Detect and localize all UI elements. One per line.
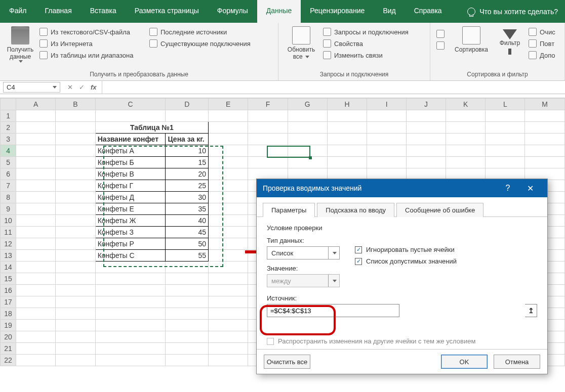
cell[interactable] [56,168,95,180]
dialog-tab-input-message[interactable]: Подсказка по вводу [317,203,394,217]
cell[interactable] [367,134,407,145]
cell[interactable] [328,134,367,145]
cell[interactable] [95,285,166,296]
row-header[interactable]: 11 [1,227,16,238]
cell[interactable] [16,122,56,134]
cell[interactable] [209,227,248,238]
cell[interactable] [16,320,56,331]
cell[interactable] [209,285,248,296]
cell[interactable] [446,145,486,157]
cell[interactable] [248,145,288,157]
select-all-corner[interactable] [1,99,16,110]
cell[interactable] [209,192,248,203]
col-header[interactable]: H [328,99,367,110]
cell[interactable] [16,285,56,296]
cell[interactable] [209,134,248,145]
cell[interactable] [525,145,565,157]
cell[interactable] [525,134,565,145]
col-header[interactable]: D [166,99,209,110]
cell[interactable] [166,262,209,273]
reapply-filter-button[interactable]: Повт [527,38,557,49]
tab-home[interactable]: Главная [35,0,80,23]
cell[interactable]: Цена за кг. [166,134,209,145]
col-header[interactable]: L [486,99,525,110]
tab-formulas[interactable]: Формулы [208,0,257,23]
filter-button[interactable]: Фильтр [494,25,526,60]
cell[interactable] [16,215,56,227]
cell[interactable] [367,110,407,122]
properties-button[interactable]: Свойства [321,38,411,49]
cell[interactable] [209,122,248,134]
row-header[interactable]: 16 [1,285,16,296]
formula-input[interactable] [102,81,565,94]
clear-filter-button[interactable]: Очис [527,27,557,37]
cell[interactable] [56,262,95,273]
row-header[interactable]: 1 [1,110,16,122]
row-header[interactable]: 22 [1,355,16,366]
cell[interactable]: 25 [166,180,209,192]
sort-button[interactable]: Сортировка [450,25,493,60]
cell[interactable] [407,145,446,157]
cell[interactable] [56,145,95,157]
tab-insert[interactable]: Вставка [81,0,126,23]
name-box[interactable]: C4 [3,82,60,93]
cell[interactable]: Название конфет [95,134,166,145]
fill-handle[interactable] [309,156,312,159]
cell[interactable] [166,285,209,296]
cell[interactable] [56,296,95,308]
cell[interactable] [56,238,95,250]
cell[interactable] [407,122,446,134]
cell[interactable]: 20 [166,168,209,180]
col-header[interactable]: J [407,99,446,110]
cell[interactable] [16,273,56,285]
cell[interactable] [166,296,209,308]
cell[interactable] [209,273,248,285]
sort-desc-button[interactable] [434,40,449,51]
row-header[interactable]: 14 [1,262,16,273]
cell[interactable] [16,296,56,308]
cell[interactable] [486,145,525,157]
tab-file[interactable]: Файл [0,0,35,23]
cancel-button[interactable]: Отмена [494,355,540,369]
cell[interactable] [367,122,407,134]
cell[interactable] [407,110,446,122]
cell[interactable] [486,110,525,122]
cell[interactable]: 10 [166,145,209,157]
tab-help[interactable]: Справка [405,0,451,23]
cell[interactable]: Конфеты Г [95,180,166,192]
source-input[interactable] [267,304,399,317]
from-web-button[interactable]: Из Интернета [37,38,146,49]
cell[interactable] [209,145,248,157]
clear-all-button[interactable]: Очистить все [264,355,310,369]
dialog-tab-settings[interactable]: Параметры [263,203,315,217]
cell[interactable] [486,122,525,134]
cell[interactable]: 15 [166,157,209,168]
cell[interactable] [95,320,166,331]
cell[interactable] [288,134,327,145]
row-header[interactable]: 10 [1,215,16,227]
col-header[interactable]: A [16,99,56,110]
advanced-filter-button[interactable]: Допо [527,50,557,60]
cell[interactable] [209,296,248,308]
cell[interactable] [16,134,56,145]
existing-connections-button[interactable]: Существующие подключения [147,38,274,49]
cell[interactable] [328,110,367,122]
cell[interactable] [56,355,95,366]
row-header[interactable]: 5 [1,157,16,168]
cell[interactable]: Конфеты Ж [95,215,166,227]
cell[interactable] [56,285,95,296]
cell[interactable] [486,134,525,145]
cell[interactable]: Конфеты А [95,145,166,157]
cell[interactable] [166,273,209,285]
cell[interactable] [56,203,95,215]
cell[interactable]: Конфеты Б [95,157,166,168]
cell[interactable] [248,122,288,134]
cell[interactable] [16,238,56,250]
recent-sources-button[interactable]: Последние источники [147,27,274,37]
cell[interactable]: 55 [166,250,209,262]
cell[interactable] [288,122,327,134]
cell[interactable]: Конфеты З [95,227,166,238]
tab-review[interactable]: Рецензирование [301,0,374,23]
queries-connections-button[interactable]: Запросы и подключения [321,27,411,37]
cell[interactable]: 35 [166,203,209,215]
